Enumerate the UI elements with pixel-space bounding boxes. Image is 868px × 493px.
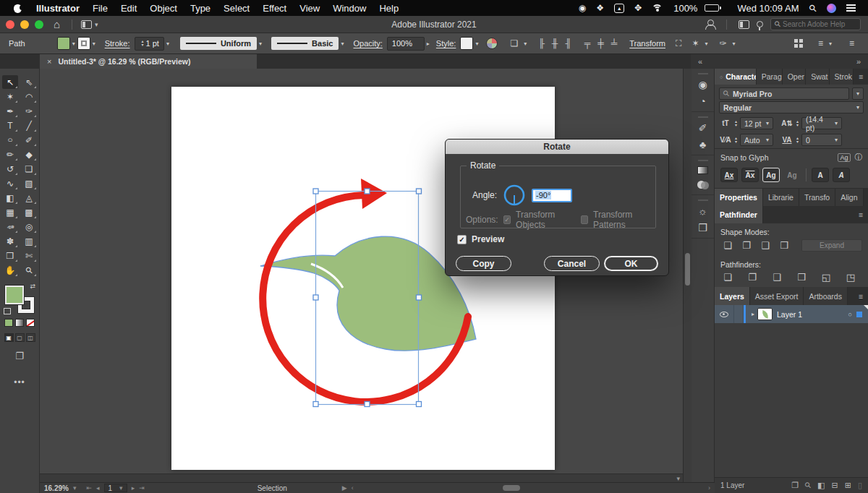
hscroll-right-icon[interactable]: › (708, 484, 710, 492)
expand-button[interactable]: Expand (801, 239, 862, 252)
tab-character[interactable]: ○ Character (715, 69, 757, 85)
apple-menu-icon[interactable] (13, 4, 22, 13)
zoom-chevron-icon[interactable]: ▾ (73, 484, 77, 492)
zoom-tool[interactable]: ⚲ (21, 263, 37, 277)
snap-baseline-button[interactable]: Ax (720, 168, 738, 182)
menu-view[interactable]: View (299, 3, 320, 14)
close-tab-icon[interactable]: × (47, 57, 51, 66)
layer-selection-proxy[interactable] (856, 312, 862, 317)
tab-libraries[interactable]: Librarie (763, 189, 799, 206)
zoom-level[interactable]: 16.29% (44, 484, 69, 492)
collapse-dock-button[interactable]: » (856, 57, 861, 66)
color-panel-icon[interactable]: ◉ (698, 80, 707, 90)
style-chevron-icon[interactable]: ▾ (475, 40, 478, 47)
layer-visibility-eye-icon[interactable] (720, 312, 728, 317)
free-transform-tool[interactable]: ▧ (21, 176, 37, 190)
pen-tool[interactable]: ✒ (2, 104, 18, 118)
kerning-stepper[interactable]: ▴▾ (735, 137, 737, 144)
first-artboard-icon[interactable]: ⇤ (86, 484, 92, 492)
font-style-dropdown[interactable]: Regular ▾ (719, 101, 864, 113)
tab-pathfinder[interactable]: Pathfinder (715, 206, 763, 223)
width-profile-chevron-icon[interactable]: ▾ (259, 40, 262, 47)
leaf-shape[interactable] (260, 236, 476, 351)
change-screen-mode-icon[interactable]: ❐ (15, 351, 24, 361)
discover-lightbulb-icon[interactable] (757, 21, 763, 27)
menu-edit[interactable]: Edit (121, 3, 137, 14)
paintbrush-tool[interactable]: ✐ (21, 133, 37, 147)
blend-tool[interactable]: ◎ (21, 220, 37, 233)
help-search-input[interactable] (783, 20, 848, 28)
workspace-layout-icon[interactable] (81, 20, 92, 29)
tab-properties[interactable]: Properties (715, 189, 763, 206)
document-setup-button[interactable]: ❏ ▾ (506, 38, 529, 48)
snap-glyph-bounds-button[interactable]: Ag (762, 168, 780, 182)
arrange-panels-icon[interactable] (739, 20, 749, 29)
workspace-chevron-icon[interactable]: ▾ (95, 21, 98, 28)
gradient-tool[interactable]: ▩ (21, 205, 37, 219)
hscroll-left-icon[interactable]: ‹ (352, 484, 354, 492)
brush-dropdown[interactable]: Basic (271, 37, 339, 50)
creative-cloud-icon[interactable]: ◉ (579, 3, 586, 13)
brushes-panel-icon[interactable]: ✐ (699, 123, 707, 133)
menu-clock[interactable]: Wed 10:09 AM (737, 3, 799, 14)
shape-builder-tool[interactable]: ◧ (2, 191, 18, 205)
opacity-chevron-icon[interactable]: ▸ (427, 40, 430, 47)
vertical-scrollbar[interactable] (683, 69, 692, 482)
scroll-down-icon[interactable]: ▾ (676, 475, 680, 482)
pathfinder-trim-button[interactable]: ❐ (745, 272, 760, 283)
layer-row[interactable]: ▸ Layer 1 ○ (715, 305, 868, 323)
width-profile-dropdown[interactable]: Uniform (180, 37, 257, 50)
menu-effect[interactable]: Effect (263, 3, 286, 14)
rotate-dialog-title[interactable]: Rotate (446, 140, 668, 154)
draw-normal-button[interactable]: ▣ (4, 333, 14, 342)
leading-dropdown[interactable]: (14.4 pt) ▾ (801, 117, 842, 129)
align-left-button[interactable]: ╟ (538, 38, 545, 48)
shape-mode-intersect-button[interactable]: ❑ (758, 240, 773, 251)
character-panel-menu-icon[interactable]: ≡ (854, 69, 868, 85)
select-similar-button[interactable]: ✶ ▾ (688, 38, 710, 48)
snap-anchor-button[interactable]: A (833, 168, 850, 182)
collect-for-export-icon[interactable]: ❐ (791, 481, 799, 490)
tab-align[interactable]: Align (835, 189, 863, 206)
shape-mode-minus-front-button[interactable]: ❐ (739, 240, 754, 251)
magic-wand-tool[interactable]: ✶ (2, 90, 18, 103)
shape-mode-exclude-button[interactable]: ❒ (777, 240, 791, 251)
layer-target-icon[interactable]: ○ (848, 311, 852, 318)
lasso-tool[interactable]: ◠ (21, 90, 37, 103)
swap-fill-stroke-icon[interactable]: ⇄ (30, 283, 35, 290)
gradient-panel-icon[interactable] (697, 166, 708, 174)
eyedropper-tool[interactable]: ✎ (2, 220, 18, 233)
preview-checkbox[interactable]: ✓ (457, 235, 467, 244)
fill-color-swatch[interactable] (57, 37, 70, 50)
ellipse-tool[interactable]: ○ (2, 133, 18, 147)
wedge-app-icon[interactable]: ▲ (614, 4, 624, 13)
opacity-field[interactable]: 100% (387, 37, 425, 51)
align-center-button[interactable]: ╫ (552, 38, 558, 48)
artboard-tool[interactable]: ❒ (2, 249, 18, 262)
pathfinder-minus-back-button[interactable]: ◳ (843, 272, 858, 283)
layer-lock-column[interactable] (733, 305, 744, 323)
control-center-icon[interactable] (846, 4, 856, 12)
horizontal-scroll-strip[interactable]: ▾ (40, 473, 683, 482)
edit-toolbar-icon[interactable]: ••• (14, 377, 25, 387)
pathfinder-menu-icon[interactable]: ≡ (854, 206, 868, 223)
cancel-button[interactable]: Cancel (544, 256, 600, 271)
tab-stroke[interactable]: Strok (830, 69, 854, 85)
locate-object-icon[interactable]: ⚲ (803, 480, 814, 491)
opacity-link[interactable]: Opacity: (353, 39, 382, 48)
pathfinder-merge-button[interactable]: ❑ (770, 272, 784, 283)
new-layer-icon[interactable]: ⊞ (845, 481, 851, 490)
tab-paragraph[interactable]: Parag (757, 69, 783, 85)
stroke-chevron-icon[interactable]: ▾ (93, 40, 95, 47)
leading-stepper[interactable]: ▴▾ (796, 120, 799, 127)
tab-opentype[interactable]: Oper (783, 69, 806, 85)
stroke-weight-field[interactable]: ▴▾ 1 pt (135, 37, 164, 51)
font-family-dropdown[interactable]: ⚲ Myriad Pro (719, 87, 849, 100)
isolation-mode-button[interactable]: ≡ ▾ (814, 38, 834, 48)
make-mask-icon[interactable]: ◧ (817, 481, 825, 490)
layer-name[interactable]: Layer 1 (777, 310, 802, 319)
font-family-chevron-icon[interactable]: ▾ (852, 87, 864, 100)
align-bottom-button[interactable]: ╧ (611, 38, 618, 48)
stroke-link[interactable]: Stroke: (105, 39, 130, 48)
brush-chevron-icon[interactable]: ▾ (341, 40, 344, 47)
